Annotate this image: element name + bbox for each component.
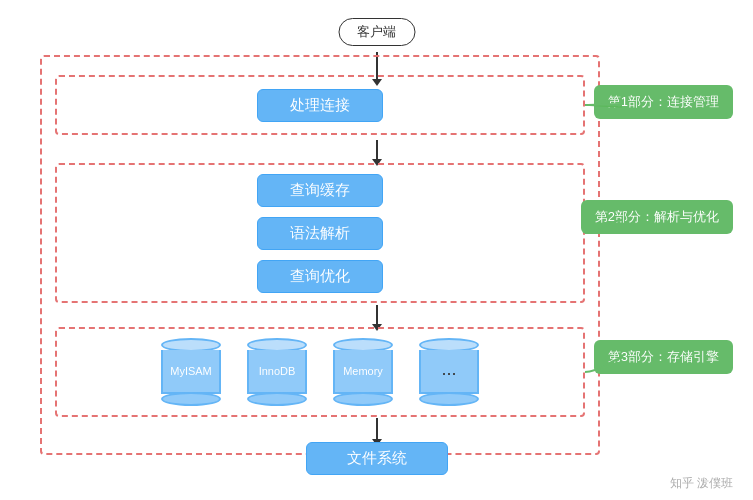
query-optimize-label: 查询优化 — [290, 267, 350, 284]
engine-dots: ... — [415, 336, 483, 408]
cylinder-bottom-myisam — [161, 392, 221, 406]
client-node: 客户端 — [338, 18, 415, 46]
cylinder-body-memory: Memory — [333, 350, 393, 394]
engine-myisam: MyISAM — [157, 336, 225, 408]
syntax-parse-label: 语法解析 — [290, 224, 350, 241]
section1-label: 处理连接 — [290, 96, 350, 113]
cylinder-bottom-dots — [419, 392, 479, 406]
watermark: 知乎 泼僕班 — [670, 475, 733, 492]
cylinder-body-dots: ... — [419, 350, 479, 394]
client-label: 客户端 — [357, 24, 396, 39]
watermark-text: 知乎 泼僕班 — [670, 475, 733, 492]
annotation-2-text: 第2部分：解析与优化 — [595, 209, 719, 224]
cylinder-bottom-innodb — [247, 392, 307, 406]
arrow-s3-to-fs — [376, 418, 378, 440]
section2-box: 查询缓存 语法解析 查询优化 — [55, 163, 585, 303]
arrow-s1-to-s2 — [376, 140, 378, 160]
annotation-label-2: 第2部分：解析与优化 — [581, 200, 733, 234]
cylinder-bottom-memory — [333, 392, 393, 406]
engine-memory-label: Memory — [343, 365, 383, 377]
filesystem-label: 文件系统 — [347, 449, 407, 466]
handle-connection-box: 处理连接 — [257, 89, 383, 122]
engine-innodb: InnoDB — [243, 336, 311, 408]
filesystem-box: 文件系统 — [306, 442, 448, 475]
annotation-label-1: 第1部分：连接管理 — [594, 85, 733, 119]
section1-box: 处理连接 — [55, 75, 585, 135]
annotation-1-text: 第1部分：连接管理 — [608, 94, 719, 109]
engine-dots-label: ... — [441, 359, 456, 380]
annotation-label-3: 第3部分：存储引擎 — [594, 340, 733, 374]
cylinder-body-innodb: InnoDB — [247, 350, 307, 394]
arrow-s2-to-s3 — [376, 305, 378, 325]
engine-myisam-label: MyISAM — [170, 365, 212, 377]
diagram-container: 客户端 处理连接 查询缓存 语法解析 查询优化 MyISAM — [0, 0, 753, 500]
cylinder-body-myisam: MyISAM — [161, 350, 221, 394]
query-optimize-box: 查询优化 — [257, 260, 383, 293]
annotation-3-text: 第3部分：存储引擎 — [608, 349, 719, 364]
section3-box: MyISAM InnoDB Memory ... — [55, 327, 585, 417]
query-cache-box: 查询缓存 — [257, 174, 383, 207]
engine-innodb-label: InnoDB — [259, 365, 296, 377]
query-cache-label: 查询缓存 — [290, 181, 350, 198]
syntax-parse-box: 语法解析 — [257, 217, 383, 250]
engine-memory: Memory — [329, 336, 397, 408]
